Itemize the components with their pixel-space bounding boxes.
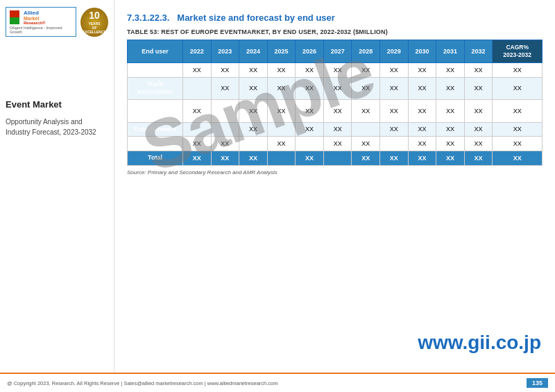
- data-cell: XX: [239, 77, 268, 99]
- data-cell: XX: [323, 137, 352, 151]
- data-cell: XX: [267, 77, 296, 99]
- data-cell: XX: [464, 151, 493, 165]
- data-table: End user 2022 2023 2024 2025 2026 2027 2…: [127, 40, 543, 166]
- row-label-cell: Entertainment: [128, 122, 183, 137]
- data-cell: XX: [239, 63, 268, 78]
- data-cell: XX: [408, 137, 436, 151]
- col-header-2026: 2026: [296, 40, 324, 63]
- logo-tagline: Diligent Intelligence - Improved Growth: [10, 26, 72, 34]
- data-cell: XX: [239, 151, 268, 165]
- data-cell: XX: [380, 122, 409, 137]
- data-cell: XX: [267, 137, 296, 151]
- row-label-cell: EducationalInstitution: [128, 100, 183, 122]
- data-cell: XX: [296, 151, 324, 165]
- data-cell: [352, 122, 380, 137]
- data-cell: XX: [408, 77, 436, 99]
- col-header-2030: 2030: [408, 40, 436, 63]
- data-cell: XX: [464, 122, 493, 137]
- footer-copyright: @ Copyright 2023, Research. All Rights R…: [7, 380, 278, 386]
- row-label-cell: Corporate: [128, 63, 183, 78]
- data-cell: XX: [408, 100, 436, 122]
- col-header-2031: 2031: [436, 40, 465, 63]
- data-cell: XX: [352, 77, 380, 99]
- data-cell: XX: [436, 137, 465, 151]
- data-cell: XX: [211, 63, 239, 78]
- gii-watermark: www.gii.co.jp: [418, 332, 541, 354]
- col-header-2024: 2024: [239, 40, 268, 63]
- data-cell: XX: [296, 63, 324, 78]
- data-cell: XX: [267, 63, 296, 78]
- data-cell: XX: [352, 137, 380, 151]
- data-cell: [296, 137, 324, 151]
- data-cell: [267, 151, 296, 165]
- data-cell: XX: [183, 100, 212, 122]
- row-label-cell: Others: [128, 137, 183, 151]
- data-cell: XX: [323, 77, 352, 99]
- data-cell: XX: [352, 151, 380, 165]
- data-cell: XX: [493, 100, 543, 122]
- col-header-2023: 2023: [211, 40, 239, 63]
- footer-page-number: 135: [527, 378, 548, 388]
- data-cell: XX: [352, 100, 380, 122]
- data-cell: XX: [493, 63, 543, 78]
- data-cell: XX: [296, 77, 324, 99]
- data-cell: XX: [464, 77, 493, 99]
- footer: @ Copyright 2023, Research. All Rights R…: [0, 373, 555, 392]
- data-cell: XX: [464, 100, 493, 122]
- table-row: EntertainmentXXXXXXXXXXXXXXXX: [128, 122, 543, 137]
- data-cell: [380, 137, 409, 151]
- data-cell: XX: [296, 100, 324, 122]
- logo-research-text: Research®: [24, 21, 45, 25]
- row-label-cell: Total: [128, 151, 183, 165]
- col-header-2025: 2025: [267, 40, 296, 63]
- data-cell: [211, 122, 239, 137]
- data-cell: XX: [408, 122, 436, 137]
- data-cell: XX: [436, 100, 465, 122]
- table-row: EducationalInstitutionXXXXXXXXXXXXXXXXXX…: [128, 100, 543, 122]
- data-cell: XX: [323, 63, 352, 78]
- data-cell: XX: [380, 100, 409, 122]
- market-title: Event Market: [6, 99, 108, 110]
- col-header-2022: 2022: [183, 40, 212, 63]
- years-badge: 10 YEARS OF EXCELLENCE: [80, 8, 108, 37]
- logo-market-text: Market: [24, 16, 45, 21]
- data-cell: XX: [239, 122, 268, 137]
- data-cell: XX: [323, 100, 352, 122]
- data-cell: XX: [352, 63, 380, 78]
- data-cell: XX: [436, 122, 465, 137]
- col-header-2029: 2029: [380, 40, 409, 63]
- col-header-cagr: CAGR%2023-2032: [493, 40, 543, 63]
- data-cell: XX: [267, 100, 296, 122]
- data-cell: XX: [380, 151, 409, 165]
- col-header-2027: 2027: [323, 40, 352, 63]
- market-subtitle: Opportunity Analysis and Industry Foreca…: [6, 117, 108, 137]
- data-cell: [239, 137, 268, 151]
- section-title: 7.3.1.22.3. Market size and forecast by …: [127, 12, 543, 23]
- data-cell: XX: [493, 77, 543, 99]
- sidebar: Allied Market Research® Diligent Intelli…: [0, 0, 114, 392]
- col-header-2028: 2028: [352, 40, 380, 63]
- data-cell: XX: [239, 100, 268, 122]
- data-cell: XX: [436, 77, 465, 99]
- data-cell: XX: [323, 122, 352, 137]
- data-cell: [267, 122, 296, 137]
- data-cell: XX: [183, 151, 212, 165]
- data-cell: XX: [211, 77, 239, 99]
- col-header-2032: 2032: [464, 40, 493, 63]
- data-cell: [323, 151, 352, 165]
- data-cell: XX: [296, 122, 324, 137]
- data-cell: XX: [493, 137, 543, 151]
- data-cell: XX: [493, 151, 543, 165]
- table-row: OthersXXXXXXXXXXXXXXXXXX: [128, 137, 543, 151]
- data-cell: [183, 77, 212, 99]
- data-cell: XX: [211, 137, 239, 151]
- data-cell: XX: [408, 151, 436, 165]
- data-cell: XX: [380, 77, 409, 99]
- logo-allied-text: Allied: [24, 10, 45, 16]
- data-cell: XX: [211, 151, 239, 165]
- table-caption: TABLE 53: REST OF EUROPE EVENTMARKET, BY…: [127, 28, 543, 35]
- source-note: Source: Primary and Secondary Research a…: [127, 169, 543, 176]
- data-cell: XX: [183, 63, 212, 78]
- data-cell: XX: [183, 137, 212, 151]
- data-cell: XX: [464, 137, 493, 151]
